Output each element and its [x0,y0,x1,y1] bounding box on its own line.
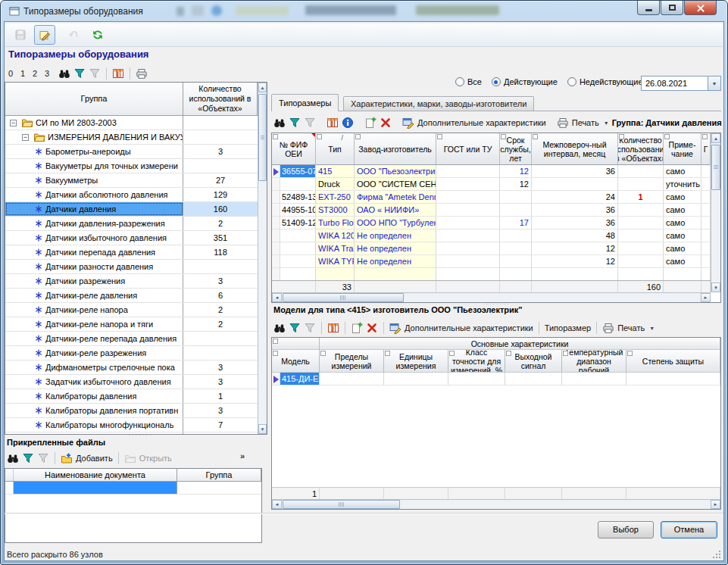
doc-name-column[interactable]: Наименование документа [14,469,177,481]
grid-cell[interactable]: 36 [532,204,618,216]
tree-row[interactable]: −СИ по МИ 2803-2003 [5,116,258,130]
grid-column-header[interactable]: Тип/ [316,133,355,165]
filter-icon[interactable] [289,117,301,129]
grid-cell[interactable]: само [664,229,701,242]
tree-row[interactable]: Калибраторы многофункциональ7 [5,418,258,432]
grid-row[interactable]: WIKA TransНе определен12само [272,242,711,255]
filter-box-icon[interactable] [385,351,390,356]
grid-cell[interactable] [618,242,664,254]
grid-cell[interactable] [355,268,436,280]
date-combo[interactable]: 26.08.2021 ▼ [641,76,721,91]
grid-vscrollbar[interactable]: ▲ ▼ [711,133,720,292]
scroll-down-icon[interactable]: ▼ [711,282,720,292]
grid-cell[interactable]: само [664,165,701,177]
grid-cell[interactable] [701,229,711,242]
tree-cell-group[interactable]: Вакуумметры [5,173,183,187]
grid-cell[interactable] [701,268,711,280]
filter-box-icon[interactable] [355,134,361,139]
grid-cell[interactable] [500,268,532,280]
tree-vscrollbar[interactable]: ▲ ▼ [258,83,267,434]
tree-cell-group[interactable]: Дифманометры стрелочные пока [5,361,183,374]
grid-cell-num[interactable] [272,229,316,242]
grid-cell[interactable]: само [664,242,701,254]
tree-cell-group[interactable]: Датчики разности давления [5,260,183,273]
columns-icon[interactable] [327,117,339,129]
models-hscrollbar[interactable]: ◄ ► [272,499,720,509]
typesize-button[interactable]: Типоразмер [545,323,591,332]
models-row[interactable]: 415-ДИ-Ех [272,373,720,386]
models-column-header[interactable]: Степень защиты [626,350,720,373]
grid-cell[interactable]: Turbo Flow [316,217,355,229]
scroll-thumb[interactable] [258,94,267,181]
grid-cell[interactable] [701,204,711,216]
grid-cell-num[interactable]: 44955-10 [272,204,316,216]
filter-box-icon[interactable] [273,339,278,344]
extra-characteristics-button[interactable]: Дополнительные характеристики [405,323,533,332]
grid-cell[interactable]: Не определен [355,242,436,254]
grid-cell[interactable] [436,217,500,229]
titlebar[interactable]: Типоразмеры оборудования [1,1,727,21]
filter-box-icon[interactable] [273,134,278,139]
tree-cell-group[interactable]: Задатчик избыточного давления [5,375,183,389]
chevron-down-icon[interactable]: ▼ [708,76,720,90]
print-icon[interactable] [136,67,148,80]
grid-cell[interactable] [618,229,664,242]
grid-cell[interactable] [384,373,448,385]
resize-grip[interactable] [713,550,721,558]
tree-cell-group[interactable]: Калибраторы давления [5,389,183,403]
grid-cell[interactable]: 12 [500,178,532,190]
grid-cell[interactable] [618,255,664,267]
grid-cell[interactable] [436,204,500,216]
filter-box-icon[interactable] [501,134,506,139]
tree-cell-group[interactable]: Датчики перепада давления [5,245,183,259]
tree-cell-group[interactable]: Датчики давления [5,202,183,216]
grid-cell[interactable] [701,165,711,177]
grid-cell[interactable]: само [664,255,701,267]
grid-cell[interactable] [500,204,532,216]
print-icon[interactable] [602,322,614,334]
undo-button[interactable] [63,25,84,45]
grid-cell[interactable] [618,217,664,229]
tree-row[interactable]: Барометры-анероиды3 [5,145,258,159]
grid-cell[interactable] [532,268,618,280]
grid-cell-num[interactable] [272,178,316,190]
tree-row[interactable]: Датчики давления-разрежения2 [5,217,258,231]
clear-filter-icon[interactable] [37,452,49,464]
grid-cell[interactable]: 24 [532,191,618,203]
tree-row[interactable]: Дифманометры стрелочные пока3 [5,361,258,375]
columns-icon[interactable] [112,67,124,80]
save-button[interactable] [10,25,31,45]
tree-cell-group[interactable]: −СИ по МИ 2803-2003 [5,116,183,130]
radio-option[interactable]: Все [455,77,482,86]
grid-cell[interactable] [664,268,701,280]
grid-column-header[interactable]: Срок службы, лет [500,133,532,165]
grid-cell-num[interactable] [272,268,316,280]
grid-row[interactable] [272,268,711,281]
grid-cell[interactable]: Не определен [355,255,436,267]
tree-cell-group[interactable]: Датчики-реле давления [5,289,183,302]
filter-box-icon[interactable] [702,134,708,139]
add-file-icon[interactable] [61,452,73,464]
info-icon[interactable] [342,117,354,129]
tree-cell-group[interactable]: Датчики-реле напора и тяги [5,317,183,331]
minimize-button[interactable] [637,1,660,15]
scroll-up-icon[interactable]: ▲ [258,83,267,92]
grid-cell[interactable]: Druck [316,178,355,190]
grid-cell[interactable] [500,229,532,242]
grid-cell[interactable]: ST3000 [316,204,355,216]
tree-level-button[interactable]: 1 [19,69,27,78]
tree-row[interactable]: Датчики-реле перепада давления [5,332,258,346]
attachments-row[interactable] [5,482,261,495]
print-icon[interactable] [557,117,569,129]
models-column-header[interactable]: Класс точности для измерений ,% [448,350,505,373]
grid-row[interactable]: WIKA TYPEНе определен12само [272,255,711,268]
grid-cell[interactable] [436,178,500,190]
search-icon[interactable] [273,322,286,334]
search-icon[interactable] [58,67,70,80]
tree-row[interactable]: Датчики абсолютного давления129 [5,188,258,202]
print-button[interactable]: Печать [617,323,645,332]
filter-box-icon[interactable] [320,351,326,356]
horizontal-splitter[interactable]: ······· [128,432,153,439]
grid-cell[interactable]: 36 [532,165,618,177]
print-button[interactable]: Печать [572,118,599,127]
